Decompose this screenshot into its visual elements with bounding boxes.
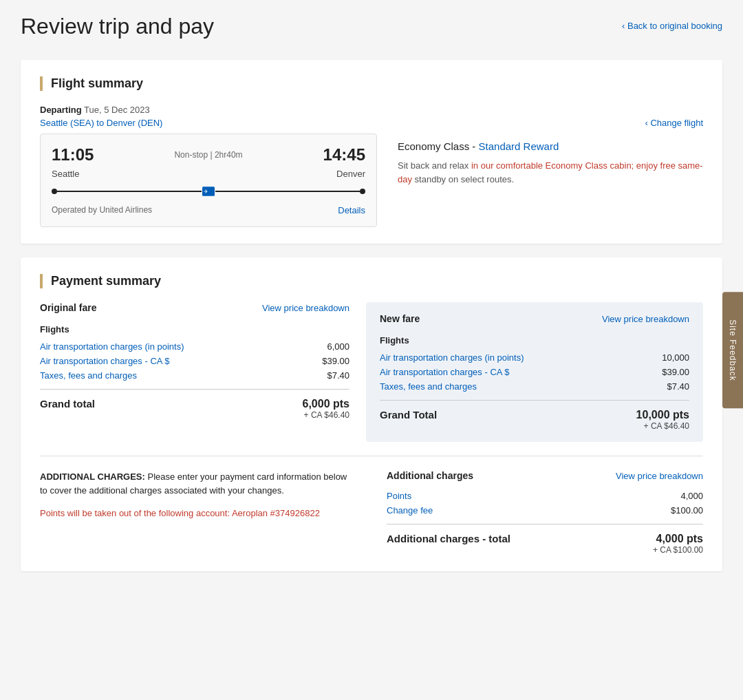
original-grand-total-row: Grand total 6,000 pts + CA $46.40 [40,398,349,420]
original-divider [40,389,349,390]
depart-time: 11:05 [52,145,94,165]
change-fee-label: Change fee [387,505,433,516]
new-fare-col: New fare View price breakdown Flights Ai… [366,302,703,442]
page-header: Review trip and pay ‹ Back to original b… [21,14,722,39]
additional-warning-bold: ADDITIONAL CHARGES: [40,471,145,482]
original-grand-total-pts: 6,000 pts [303,398,349,410]
original-view-breakdown-link[interactable]: View price breakdown [262,303,349,313]
additional-charges-label: Additional charges [387,470,473,481]
new-air-points-label: Air transportation charges (in points) [380,352,524,363]
new-air-ca-label: Air transportation charges - CA $ [380,367,510,377]
additional-total-label: Additional charges - total [387,533,510,544]
flight-summary-title: Flight summary [40,76,703,91]
new-air-ca-row: Air transportation charges - CA $ $39.00 [380,367,689,377]
page-title: Review trip and pay [21,14,214,39]
new-taxes-value: $7.40 [667,381,689,392]
flight-cities: Seattle Denver [52,169,365,179]
back-to-booking-link[interactable]: ‹ Back to original booking [622,21,722,31]
operated-by: Operated by United Airlines [52,205,152,215]
new-grand-total-label: Grand Total [380,409,437,421]
svg-text:✈: ✈ [204,189,208,195]
original-fare-header: Original fare View price breakdown [40,302,349,313]
arrive-city: Denver [336,169,365,179]
economy-desc: Sit back and relax in our comfortable Ec… [398,159,703,186]
route-line: Seattle (SEA) to Denver (DEN) ‹ Change f… [40,118,703,128]
original-air-ca-value: $39.00 [322,356,349,366]
original-grand-total-value: 6,000 pts + CA $46.40 [303,398,349,420]
original-flights-heading: Flights [40,324,349,335]
new-fare-header: New fare View price breakdown [380,313,689,324]
original-grand-total-label: Grand total [40,398,95,410]
new-taxes-label: Taxes, fees and charges [380,381,477,392]
original-fare-label: Original fare [40,302,96,313]
change-fee-value: $100.00 [671,505,703,516]
new-grand-total-row: Grand Total 10,000 pts + CA $46.40 [380,409,689,431]
economy-title: Economy Class - Standard Reward [398,140,703,152]
departing-date: Tue, 5 Dec 2023 [84,105,150,115]
original-taxes-row: Taxes, fees and charges $7.40 [40,370,349,381]
standard-reward-link[interactable]: Standard Reward [479,140,559,152]
payment-summary-card: Payment summary Original fare View price… [21,257,722,571]
new-air-points-row: Air transportation charges (in points) 1… [380,352,689,363]
depart-city: Seattle [52,169,79,179]
flight-details-link[interactable]: Details [338,205,365,215]
original-air-points-value: 6,000 [327,341,349,352]
bar-dot-right [360,189,365,194]
payment-grid: Original fare View price breakdown Fligh… [40,302,703,442]
bar-line-left [57,191,202,192]
flight-bar: ✈ [52,186,365,197]
flight-summary-card: Flight summary Departing Tue, 5 Dec 2023… [21,60,722,244]
flight-times: 11:05 Non-stop | 2hr40m 14:45 [52,145,365,165]
original-air-ca-label: Air transportation charges - CA $ [40,356,170,366]
additional-charges-header: Additional charges View price breakdown [387,470,703,481]
points-account-text: Points will be taken out of the followin… [40,508,320,518]
change-flight-link[interactable]: ‹ Change flight [645,118,703,128]
new-divider [380,400,689,401]
new-view-breakdown-link[interactable]: View price breakdown [602,314,689,324]
change-fee-row: Change fee $100.00 [387,505,703,516]
additional-total-value: 4,000 pts + CA $100.00 [653,533,703,555]
new-fare-label: New fare [380,313,420,324]
additional-view-breakdown-link[interactable]: View price breakdown [616,471,703,481]
points-charge-label: Points [387,491,411,501]
additional-warning: ADDITIONAL CHARGES: Please enter your pa… [40,470,356,497]
economy-info: Economy Class - Standard Reward Sit back… [398,134,703,227]
flight-footer: Operated by United Airlines Details [52,205,365,215]
original-fare-col: Original fare View price breakdown Fligh… [40,302,349,442]
flight-meta: Non-stop | 2hr40m [174,150,242,160]
departing-label: Departing Tue, 5 Dec 2023 [40,105,703,115]
new-air-ca-value: $39.00 [662,367,689,377]
points-charge-value: 4,000 [680,491,703,501]
route-text: Seattle (SEA) to Denver (DEN) [40,118,162,128]
additional-right: Additional charges View price breakdown … [387,470,703,555]
plane-icon: ✈ [202,186,215,197]
new-grand-total-ca: + CA $46.40 [636,421,689,431]
original-taxes-value: $7.40 [327,370,349,381]
new-grand-total-value: 10,000 pts + CA $46.40 [636,409,689,431]
points-account: Points will be taken out of the followin… [40,508,356,518]
points-charge-row: Points 4,000 [387,491,703,501]
new-air-points-value: 10,000 [662,352,689,363]
economy-highlight: in our comfortable Economy Class cabin; … [398,160,703,184]
additional-total-row: Additional charges - total 4,000 pts + C… [387,533,703,555]
additional-total-pts: 4,000 pts [653,533,703,545]
bar-line-right [215,191,360,192]
arrive-time: 14:45 [323,145,365,165]
additional-divider [387,524,703,524]
additional-total-ca: + CA $100.00 [653,545,703,555]
flight-card: 11:05 Non-stop | 2hr40m 14:45 Seattle De… [40,134,377,227]
new-grand-total-pts: 10,000 pts [636,409,689,421]
additional-charges-section: ADDITIONAL CHARGES: Please enter your pa… [40,456,703,555]
original-grand-total-ca: + CA $46.40 [303,410,349,420]
economy-prefix: Economy Class - [398,140,479,152]
departing-strong: Departing [40,105,82,115]
site-feedback-tab[interactable]: Site Feedback [722,292,743,409]
additional-left: ADDITIONAL CHARGES: Please enter your pa… [40,470,370,555]
original-taxes-label: Taxes, fees and charges [40,370,137,381]
new-taxes-row: Taxes, fees and charges $7.40 [380,381,689,392]
bar-dot-left [52,189,57,194]
payment-summary-title: Payment summary [40,274,703,288]
flight-content: 11:05 Non-stop | 2hr40m 14:45 Seattle De… [40,134,703,227]
original-air-points-row: Air transportation charges (in points) 6… [40,341,349,352]
original-air-points-label: Air transportation charges (in points) [40,341,184,352]
